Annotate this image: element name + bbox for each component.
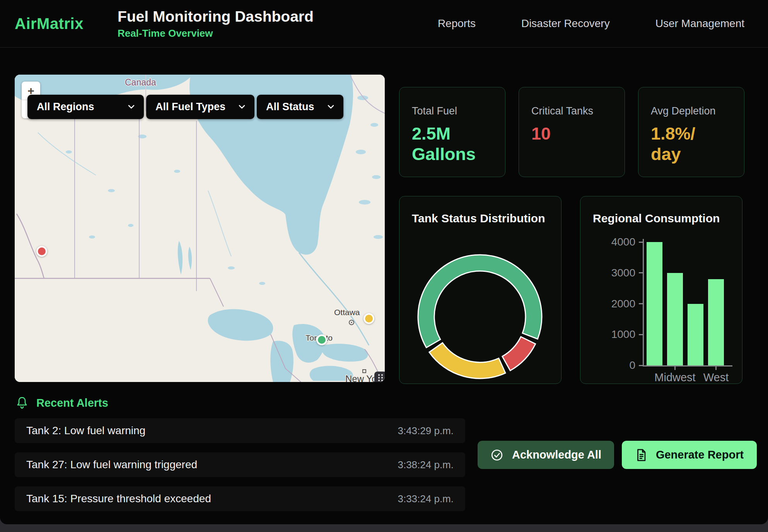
x-tick-label: West — [683, 371, 743, 384]
y-tick-label: 1000 — [597, 328, 635, 341]
fuel-type-filter-value: All Fuel Types — [155, 101, 225, 113]
map-canvas: Canada Ottawa Toronto New York — [15, 75, 385, 382]
region-filter-value: All Regions — [37, 101, 94, 113]
x-axis — [643, 365, 732, 367]
recent-alerts-heading: Recent Alerts — [36, 397, 108, 409]
bar-region-2 — [688, 304, 703, 366]
y-tick-label: 2000 — [597, 298, 635, 310]
y-tick-mark — [639, 365, 643, 366]
stat-card-total-fuel: Total Fuel 2.5MGallons — [399, 87, 505, 177]
document-icon — [635, 448, 647, 462]
y-tick-label: 4000 — [597, 236, 635, 248]
alert-text: Tank 15: Pressure threshold exceeded — [26, 493, 211, 505]
nav-user-management[interactable]: User Management — [655, 17, 744, 30]
donut-segment-critical — [502, 337, 536, 370]
y-tick-mark — [639, 334, 643, 335]
y-tick-label: 0 — [597, 359, 635, 372]
stat-label: Critical Tanks — [531, 105, 612, 117]
tank-status-card: Tank Status Distribution — [399, 196, 561, 384]
y-axis — [643, 239, 644, 367]
y-tick-label: 3000 — [597, 267, 635, 279]
check-circle-icon — [490, 448, 503, 462]
tank-status-donut-chart — [416, 253, 544, 380]
regional-consumption-chart: 01000200030004000MidwestWest — [580, 196, 742, 384]
donut-segment-normal — [418, 255, 542, 348]
stat-cards: Total Fuel 2.5MGallons Critical Tanks 10… — [399, 87, 744, 177]
map-label-ottawa: Ottawa — [334, 308, 360, 317]
y-tick-mark — [639, 303, 643, 304]
nav-disaster-recovery[interactable]: Disaster Recovery — [521, 17, 610, 30]
tank-marker-warning[interactable] — [364, 313, 374, 324]
bar-region-1 — [667, 273, 683, 365]
stat-card-avg-depletion: Avg Depletion 1.8%/day — [638, 87, 744, 177]
y-tick-mark — [639, 272, 643, 273]
alert-text: Tank 2: Low fuel warning — [26, 425, 145, 437]
stat-label: Total Fuel — [412, 105, 493, 117]
chevron-down-icon — [239, 105, 245, 109]
chevron-down-icon — [128, 105, 135, 109]
stat-value: 10 — [531, 123, 612, 144]
alert-row[interactable]: Tank 2: Low fuel warning 3:43:29 p.m. — [15, 418, 465, 443]
acknowledge-all-button[interactable]: Acknowledge All — [478, 441, 614, 469]
generate-report-label: Generate Report — [656, 448, 744, 461]
status-filter-dropdown[interactable]: All Status — [257, 95, 343, 119]
status-filter-value: All Status — [266, 101, 314, 113]
map-label-canada: Canada — [125, 77, 156, 87]
chevron-down-icon — [328, 105, 334, 109]
main-nav: Reports Disaster Recovery User Managemen… — [438, 17, 744, 30]
region-filter-dropdown[interactable]: All Regions — [27, 95, 144, 119]
app-logo[interactable]: AirMatrix — [15, 15, 84, 32]
bar-region-3 — [708, 279, 724, 365]
y-tick-mark — [639, 242, 643, 243]
stat-card-critical-tanks: Critical Tanks 10 — [519, 87, 625, 177]
alert-text: Tank 27: Low fuel warning triggered — [26, 459, 197, 471]
map-resize-handle[interactable] — [374, 372, 385, 382]
stat-value: 1.8%/day — [651, 123, 732, 164]
acknowledge-all-label: Acknowledge All — [512, 448, 601, 461]
fuel-monitoring-app: AirMatrix Fuel Monitoring Dashboard Real… — [0, 0, 768, 532]
nav-reports[interactable]: Reports — [438, 17, 476, 30]
bar-region-0 — [647, 242, 662, 365]
x-tick-mark — [715, 367, 717, 370]
app-header: AirMatrix Fuel Monitoring Dashboard Real… — [0, 0, 768, 48]
stat-value: 2.5MGallons — [412, 123, 493, 164]
alert-row[interactable]: Tank 27: Low fuel warning triggered 3:38… — [15, 452, 465, 477]
map-panel[interactable]: Canada Ottawa Toronto New York + − All R… — [15, 75, 385, 382]
page-subtitle: Real-Time Overview — [118, 27, 314, 39]
drag-dots-icon — [376, 373, 385, 382]
bell-icon — [15, 396, 29, 410]
fuel-type-filter-dropdown[interactable]: All Fuel Types — [146, 95, 254, 119]
main-panel: AirMatrix Fuel Monitoring Dashboard Real… — [0, 0, 768, 524]
page-title: Fuel Monitoring Dashboard — [118, 8, 314, 25]
donut-segment-warning — [429, 343, 505, 379]
recent-alerts-header: Recent Alerts — [15, 396, 108, 410]
alert-time: 3:38:24 p.m. — [398, 459, 454, 471]
title-block: Fuel Monitoring Dashboard Real-Time Over… — [118, 8, 314, 39]
x-tick-mark — [674, 367, 676, 370]
tank-status-title: Tank Status Distribution — [412, 212, 561, 225]
generate-report-button[interactable]: Generate Report — [622, 441, 757, 469]
alert-time: 3:43:29 p.m. — [398, 425, 454, 437]
tank-marker-normal[interactable] — [316, 334, 327, 345]
alert-row[interactable]: Tank 15: Pressure threshold exceeded 3:3… — [15, 486, 465, 511]
map-filter-bar: All Regions All Fuel Types All Status — [27, 95, 343, 119]
regional-consumption-card: Regional Consumption 01000200030004000Mi… — [580, 196, 742, 384]
alert-time: 3:33:24 p.m. — [398, 493, 454, 505]
stat-label: Avg Depletion — [651, 105, 732, 117]
tank-marker-critical[interactable] — [36, 246, 47, 257]
